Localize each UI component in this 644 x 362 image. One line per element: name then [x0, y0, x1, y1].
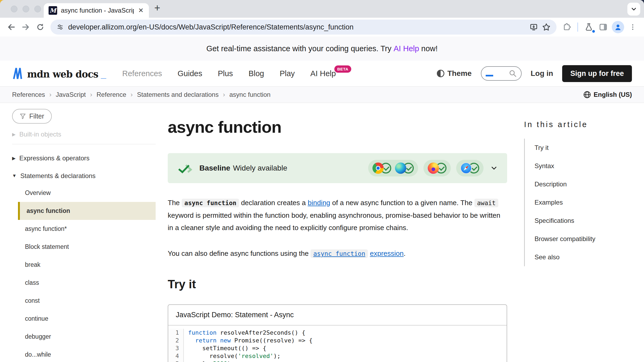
theme-label: Theme	[447, 69, 471, 78]
breadcrumb-item-async-function[interactable]: async function	[229, 91, 270, 98]
nav-item-label: AI Help	[310, 69, 336, 78]
link-segment[interactable]: expression	[370, 249, 404, 257]
globe-icon	[583, 91, 591, 98]
site-settings-icon[interactable]	[56, 23, 64, 31]
line-number: 2	[168, 337, 184, 344]
extensions-button[interactable]	[561, 21, 573, 33]
nav-item-references[interactable]: References	[122, 69, 162, 78]
toc-item-examples[interactable]: Examples	[525, 193, 632, 212]
forward-button[interactable]	[20, 21, 32, 33]
nav-item-label: Plus	[218, 69, 233, 78]
toc-item-syntax[interactable]: Syntax	[525, 157, 632, 175]
caret-collapsed-icon: ▶	[12, 156, 16, 161]
toolbar-separator	[577, 23, 578, 32]
nav-item-guides[interactable]: Guides	[178, 69, 202, 78]
browser-edge	[395, 162, 414, 174]
baseline-badge: Baseline	[199, 164, 230, 172]
tab-search-button[interactable]	[627, 3, 640, 16]
install-app-icon[interactable]	[530, 23, 538, 31]
code-segment: await	[474, 199, 498, 207]
nav-item-blog[interactable]: Blog	[248, 69, 264, 78]
breadcrumb-item-statements-and-declarations[interactable]: Statements and declarations	[137, 91, 219, 98]
sidebar-section-header-statements-declarations[interactable]: ▼Statements & declarations	[12, 172, 156, 180]
toc-item-try-it[interactable]: Try it	[525, 139, 632, 157]
banner-text: Get real-time assistance with your codin…	[206, 44, 391, 53]
sidebar-item-continue[interactable]: continue	[12, 310, 156, 328]
code-line-4: 4 resolve('resolved');	[168, 352, 507, 360]
language-switcher[interactable]: English (US)	[583, 91, 632, 98]
sidebar-item-const[interactable]: const	[12, 292, 156, 310]
toc-item-see-also[interactable]: See also	[525, 248, 632, 266]
code-editor[interactable]: 1function resolveAfter2Seconds() {2 retu…	[168, 326, 507, 362]
sidebar-section-header-expressions-operators[interactable]: ▶Expressions & operators	[12, 154, 156, 162]
theme-button[interactable]: Theme	[437, 69, 471, 78]
breadcrumb-separator-icon: ›	[223, 91, 225, 98]
nav-item-plus[interactable]: Plus	[218, 69, 233, 78]
sidebar-item-block-statement[interactable]: Block statement	[12, 238, 156, 256]
sidebar-item-do-while[interactable]: do...while	[12, 346, 156, 362]
browser-safari	[460, 162, 479, 174]
experiments-button[interactable]	[583, 21, 595, 33]
browser-chrome	[372, 162, 391, 174]
breadcrumb-item-references[interactable]: References	[12, 91, 45, 98]
header-actions: Theme Log in Sign up for free	[437, 65, 632, 82]
demo-title: JavaScript Demo: Statement - Async	[168, 305, 507, 326]
baseline-widget[interactable]: BaselineWidely available	[168, 153, 507, 183]
line-number: 1	[168, 329, 184, 337]
reload-button[interactable]	[34, 21, 46, 33]
signup-button[interactable]: Sign up for free	[562, 65, 632, 82]
line-number: 3	[168, 344, 184, 352]
baseline-label: BaselineWidely available	[199, 164, 287, 172]
sidebar-item-async-function[interactable]: async function	[18, 202, 156, 220]
sidebar-item-debugger[interactable]: debugger	[12, 328, 156, 346]
toc-item-browser-compatibility[interactable]: Browser compatibility	[525, 230, 632, 248]
link-segment[interactable]: binding	[308, 199, 330, 207]
close-tab-icon[interactable]: ✕	[138, 7, 144, 14]
profile-avatar[interactable]	[612, 21, 624, 33]
breadcrumb-separator-icon: ›	[131, 91, 133, 98]
toc-item-description[interactable]: Description	[525, 175, 632, 193]
close-window-button[interactable]	[11, 6, 17, 12]
baseline-chevron-down-icon[interactable]	[490, 164, 498, 172]
code-token: );	[227, 360, 235, 362]
sidebar-filter-button[interactable]: Filter	[12, 109, 52, 124]
code-token: new	[220, 337, 231, 344]
sidebar-item-break[interactable]: break	[12, 256, 156, 274]
back-button[interactable]	[5, 21, 17, 33]
sidebar-section-header-built-in-objects[interactable]: ▶Built-in objects	[12, 131, 156, 138]
sidebar-section-label: Statements & declarations	[20, 172, 96, 180]
login-link[interactable]: Log in	[531, 69, 553, 78]
nav-item-ai-help[interactable]: AI HelpBETA	[310, 69, 352, 78]
code-text: return new Promise((resolve) => {	[184, 337, 313, 344]
browser-tab[interactable]: M async function - JavaScript | ✕	[44, 3, 149, 18]
search-icon	[509, 69, 517, 77]
codelink-segment[interactable]: async function	[310, 249, 368, 258]
sidebar-item-async-function[interactable]: async function*	[12, 220, 156, 238]
code-token: function	[188, 329, 217, 336]
chevron-down-icon	[630, 6, 637, 13]
nav-item-play[interactable]: Play	[280, 69, 295, 78]
side-panel-button[interactable]	[597, 21, 609, 33]
tryit-heading: Try it	[168, 278, 507, 291]
search-input[interactable]	[481, 66, 522, 81]
new-tab-button[interactable]: +	[154, 2, 160, 14]
sidebar: Filter ▶Built-in objects▶Expressions & o…	[12, 103, 156, 362]
address-bar[interactable]: developer.allizom.org/en-US/docs/Web/Jav…	[50, 20, 557, 35]
zoom-window-button[interactable]	[34, 6, 41, 12]
breadcrumb-item-javascript[interactable]: JavaScript	[56, 91, 86, 98]
site-header: mdn web docs _ ReferencesGuidesPlusBlogP…	[0, 61, 644, 86]
bookmark-star-icon[interactable]	[542, 23, 551, 31]
minimize-window-button[interactable]	[23, 6, 29, 12]
toc-item-specifications[interactable]: Specifications	[525, 212, 632, 230]
theme-icon	[437, 69, 445, 77]
safari-icon	[460, 162, 472, 174]
browser-menu-button[interactable]	[627, 21, 639, 33]
banner-ai-help-link[interactable]: AI Help	[394, 44, 419, 53]
url-text[interactable]: developer.allizom.org/en-US/docs/Web/Jav…	[68, 23, 525, 31]
sidebar-item-overview[interactable]: Overview	[12, 184, 156, 202]
puzzle-icon	[562, 23, 571, 31]
breadcrumb-item-reference[interactable]: Reference	[97, 91, 126, 98]
mdn-logo[interactable]: mdn web docs _	[12, 67, 106, 80]
sidebar-item-class[interactable]: class	[12, 274, 156, 292]
notification-dot	[591, 29, 596, 34]
